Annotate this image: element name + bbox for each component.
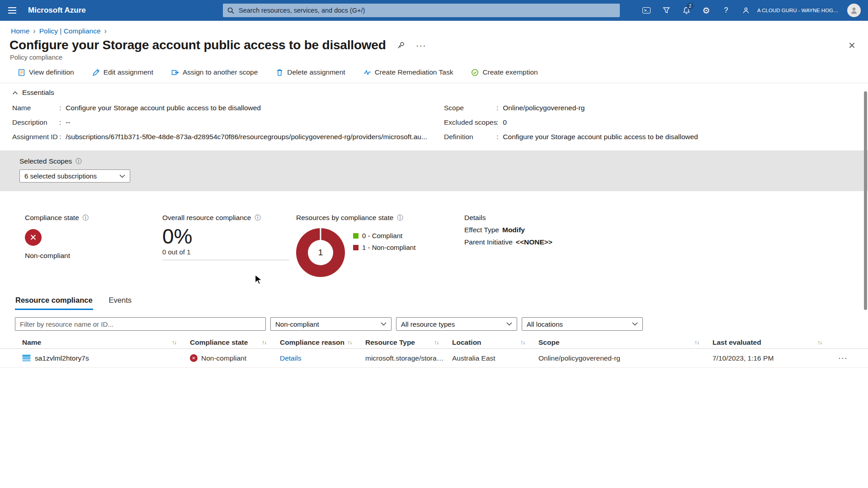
info-icon[interactable]: ⓘ — [75, 157, 82, 165]
pin-icon[interactable] — [397, 41, 405, 49]
title-more-icon[interactable]: ··· — [416, 40, 426, 51]
topbar-actions: >_ 2 ⚙ ? A CLOUD GURU - WAYNE HOGG... — [638, 0, 868, 21]
info-icon[interactable]: ⓘ — [255, 214, 261, 222]
legend-swatch-compliant — [353, 233, 359, 239]
sort-icon[interactable]: ↑↓ — [434, 339, 439, 346]
create-exemption-button[interactable]: Create exemption — [468, 68, 540, 77]
column-header-location[interactable]: Location↑↓ — [452, 338, 538, 347]
chevron-down-icon — [632, 322, 638, 326]
essentials-excluded-scopes-row: Excluded scopes: 0 — [444, 115, 855, 130]
info-icon[interactable]: ⓘ — [83, 214, 89, 222]
column-header-resource-type[interactable]: Resource Type↑↓ — [365, 338, 452, 347]
non-compliant-x-icon: ✕ — [190, 354, 198, 362]
delete-assignment-button[interactable]: Delete assignment — [273, 68, 348, 77]
compliance-state-value: Non-compliant — [25, 252, 162, 260]
avatar-person-icon — [850, 6, 858, 14]
column-header-scope[interactable]: Scope↑↓ — [538, 338, 712, 347]
breadcrumb-policy-compliance-link[interactable]: Policy | Compliance — [39, 27, 101, 35]
essentials-description-row: Description: -- — [12, 115, 444, 130]
donut-total: 1 — [318, 248, 323, 258]
column-header-name[interactable]: Name↑↓ — [22, 338, 190, 347]
search-icon — [227, 7, 234, 14]
title-row: Configure your Storage account public ac… — [0, 35, 868, 52]
separator: : — [496, 101, 498, 115]
column-header-last-evaluated[interactable]: Last evaluated↑↓ — [712, 338, 835, 347]
last-evaluated-cell: 7/10/2023, 1:16 PM — [712, 354, 835, 362]
column-header-compliance-reason[interactable]: Compliance reason↑↓ — [280, 338, 365, 347]
compliance-reason-cell: Details — [280, 354, 365, 362]
help-icon[interactable]: ? — [717, 0, 735, 21]
resource-type-filter[interactable]: All resource types — [396, 317, 517, 331]
compliance-state-block: Compliance state ⓘ ✕ Non-compliant — [25, 214, 162, 288]
check-circle-icon — [471, 69, 479, 76]
search-input[interactable] — [238, 6, 615, 14]
resources-by-state-block: Resources by compliance state ⓘ 1 0 - Co… — [296, 214, 464, 288]
assign-to-another-scope-button[interactable]: Assign to another scope — [169, 68, 260, 77]
location-filter[interactable]: All locations — [522, 317, 643, 331]
table-row[interactable]: sa1zvlml2htory7s ✕ Non-compliant Details… — [0, 349, 868, 368]
tab-resource-compliance[interactable]: Resource compliance — [15, 294, 93, 310]
breadcrumb-home-link[interactable]: Home — [11, 27, 29, 35]
sort-icon[interactable]: ↑↓ — [694, 339, 699, 346]
portal-menu-icon[interactable] — [0, 0, 24, 21]
scope-cell: Online/policygoverened-rg — [538, 354, 712, 362]
resource-filter-input[interactable] — [15, 317, 266, 331]
sort-icon[interactable]: ↑↓ — [262, 339, 266, 346]
cloud-shell-icon[interactable]: >_ — [638, 0, 655, 21]
close-blade-icon[interactable]: × — [849, 39, 855, 51]
column-header-compliance-state[interactable]: Compliance state↑↓ — [190, 338, 280, 347]
sort-icon[interactable]: ↑↓ — [817, 339, 822, 346]
vertical-scrollbar[interactable] — [864, 91, 867, 310]
chevron-right-icon: › — [104, 27, 107, 35]
notification-badge: 2 — [687, 3, 693, 9]
feedback-icon[interactable] — [737, 0, 755, 21]
essentials-name-row: Name: Configure your Storage account pub… — [12, 101, 444, 115]
settings-gear-icon[interactable]: ⚙ — [698, 0, 715, 21]
chevron-up-icon — [12, 91, 18, 95]
sort-icon[interactable]: ↑↓ — [347, 339, 352, 346]
sort-icon[interactable]: ↑↓ — [520, 339, 525, 346]
donut-legend: 0 - Compliant 1 - Non-compliant — [353, 230, 415, 277]
table-header-row: Name↑↓ Compliance state↑↓ Compliance rea… — [0, 336, 868, 349]
essentials-toggle[interactable]: Essentials — [12, 89, 855, 97]
account-name[interactable]: A CLOUD GURU - WAYNE HOGG... — [757, 8, 841, 13]
info-icon[interactable]: ⓘ — [397, 214, 403, 222]
filter-bar: Non-compliant All resource types All loc… — [0, 317, 868, 331]
row-more-icon[interactable]: ··· — [835, 353, 850, 363]
selected-scopes-band: Selected Scopes ⓘ 6 selected subscriptio… — [0, 150, 868, 191]
essentials-scope-row: Scope: Online/policygoverened-rg — [444, 101, 855, 115]
legend-compliant: 0 - Compliant — [353, 230, 415, 242]
create-remediation-task-button[interactable]: Create Remediation Task — [361, 68, 456, 77]
resource-type-cell: microsoft.storage/storage... — [365, 354, 452, 362]
selected-scopes-dropdown[interactable]: 6 selected subscriptions — [19, 169, 130, 183]
separator: : — [496, 130, 498, 144]
chevron-right-icon: › — [33, 27, 35, 35]
edit-assignment-button[interactable]: Edit assignment — [90, 68, 156, 77]
resource-compliance-table: Name↑↓ Compliance state↑↓ Compliance rea… — [0, 336, 868, 368]
page-title: Configure your Storage account public ac… — [9, 38, 386, 52]
details-link[interactable]: Details — [280, 354, 301, 362]
location-cell: Australia East — [452, 354, 538, 362]
compliance-state-filter[interactable]: Non-compliant — [270, 317, 392, 331]
avatar[interactable] — [847, 4, 861, 17]
resource-name-cell: sa1zvlml2htory7s — [22, 354, 190, 362]
sort-icon[interactable]: ↑↓ — [172, 339, 176, 346]
export-arrow-icon — [171, 69, 179, 76]
legend-non-compliant: 1 - Non-compliant — [353, 242, 415, 253]
compliance-summary: Compliance state ⓘ ✕ Non-compliant Overa… — [0, 191, 868, 288]
non-compliant-x-icon: ✕ — [25, 229, 42, 246]
details-block: Details Effect TypeModify Parent Initiat… — [464, 214, 552, 288]
command-bar: View definition Edit assignment Assign t… — [0, 61, 868, 83]
selected-scopes-label: Selected Scopes — [19, 157, 72, 165]
app-title[interactable]: Microsoft Azure — [28, 6, 86, 15]
tab-events[interactable]: Events — [108, 294, 132, 310]
notifications-bell-icon[interactable]: 2 — [678, 0, 695, 21]
view-definition-button[interactable]: View definition — [15, 68, 77, 77]
global-search[interactable] — [223, 4, 620, 17]
chevron-down-icon — [381, 322, 387, 326]
trash-icon — [276, 69, 283, 76]
page-subtitle: Policy compliance — [0, 54, 868, 61]
directory-filter-icon[interactable] — [658, 0, 675, 21]
compliance-donut-chart: 1 — [296, 228, 345, 277]
pulse-icon — [363, 69, 371, 76]
